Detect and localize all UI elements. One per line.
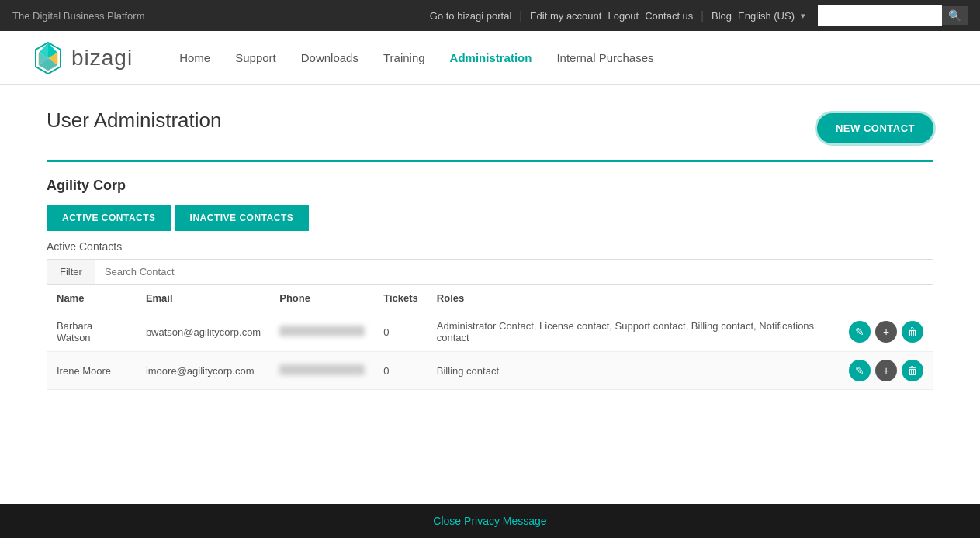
- contacts-table: Name Email Phone Tickets Roles Barbara W…: [47, 285, 933, 390]
- nav-support[interactable]: Support: [235, 51, 276, 64]
- search-bar: 🔍: [818, 5, 968, 26]
- delete-contact-1-button[interactable]: 🗑: [902, 360, 923, 381]
- chevron-down-icon: ▾: [801, 11, 805, 21]
- logo-text: bizagi: [71, 46, 133, 71]
- logout-link[interactable]: Logout: [608, 10, 639, 22]
- col-tickets: Tickets: [374, 285, 428, 312]
- nav-training[interactable]: Training: [383, 51, 425, 64]
- delete-icon: 🗑: [907, 364, 918, 377]
- search-contact-input[interactable]: [95, 260, 933, 284]
- filter-bar: Filter: [47, 259, 933, 285]
- col-name: Name: [47, 285, 137, 312]
- contact-actions-1: ✎ + 🗑: [840, 352, 933, 390]
- table-row: Barbara Watson bwatson@agilitycorp.com 0…: [47, 312, 933, 352]
- col-phone: Phone: [270, 285, 374, 312]
- logo[interactable]: bizagi: [31, 41, 133, 75]
- new-contact-button[interactable]: NEW CONTACT: [817, 113, 933, 143]
- logo-icon: [31, 41, 65, 75]
- navbar: bizagi Home Support Downloads Training A…: [0, 31, 980, 85]
- add-contact-0-button[interactable]: +: [875, 321, 897, 343]
- nav-administration[interactable]: Administration: [450, 51, 532, 64]
- contact-actions-0: ✎ + 🗑: [840, 312, 933, 352]
- blog-link[interactable]: Blog: [712, 10, 732, 22]
- language-selector[interactable]: English (US): [738, 10, 795, 22]
- inactive-contacts-tab[interactable]: INACTIVE CONTACTS: [175, 205, 310, 231]
- search-icon: 🔍: [948, 9, 961, 22]
- col-actions: [840, 285, 933, 312]
- main-content: User Administration NEW CONTACT Agility …: [0, 85, 980, 413]
- nav-internal-purchases[interactable]: Internal Purchases: [556, 51, 653, 64]
- active-contacts-tab[interactable]: ACTIVE CONTACTS: [47, 205, 171, 231]
- edit-contact-1-button[interactable]: ✎: [849, 360, 871, 381]
- search-input[interactable]: [818, 5, 942, 26]
- divider-1: |: [519, 9, 522, 22]
- nav-downloads[interactable]: Downloads: [301, 51, 358, 64]
- contact-name-1: Irene Moore: [47, 352, 137, 390]
- delete-icon: 🗑: [907, 326, 918, 338]
- table-row: Irene Moore imoore@agilitycorp.com 0 Bil…: [47, 352, 933, 390]
- contact-email-0: bwatson@agilitycorp.com: [137, 312, 270, 352]
- contact-name-0: Barbara Watson: [47, 312, 137, 352]
- main-nav: Home Support Downloads Training Administ…: [179, 51, 653, 64]
- section-label: Active Contacts: [47, 240, 933, 253]
- contact-phone-1: [270, 352, 374, 390]
- col-roles: Roles: [428, 285, 840, 312]
- contact-roles-0: Administrator Contact, License contact, …: [428, 312, 840, 352]
- page-title: User Administration: [47, 109, 221, 133]
- contact-tickets-1: 0: [374, 352, 428, 390]
- search-button[interactable]: 🔍: [942, 6, 968, 25]
- contact-email-1: imoore@agilitycorp.com: [137, 352, 270, 390]
- company-name: Agility Corp: [47, 178, 933, 194]
- topbar: The Digital Business Platform Go to biza…: [0, 0, 980, 31]
- delete-contact-0-button[interactable]: 🗑: [902, 321, 923, 343]
- edit-icon: ✎: [855, 364, 864, 377]
- edit-account-link[interactable]: Edit my account: [530, 10, 602, 22]
- contact-us-link[interactable]: Contact us: [645, 10, 693, 22]
- divider-2: |: [701, 9, 704, 22]
- edit-contact-0-button[interactable]: ✎: [849, 321, 871, 343]
- nav-home[interactable]: Home: [179, 51, 210, 64]
- edit-icon: ✎: [855, 326, 864, 338]
- section-divider: [47, 160, 933, 162]
- add-contact-1-button[interactable]: +: [875, 360, 897, 381]
- contact-phone-0: [270, 312, 374, 352]
- tab-buttons: ACTIVE CONTACTS INACTIVE CONTACTS: [47, 205, 933, 231]
- contact-tickets-0: 0: [374, 312, 428, 352]
- add-icon: +: [883, 326, 889, 338]
- brand-label: The Digital Business Platform: [12, 10, 145, 22]
- filter-button[interactable]: Filter: [47, 260, 95, 284]
- col-email: Email: [137, 285, 270, 312]
- contact-roles-1: Billing contact: [428, 352, 840, 390]
- go-to-portal-link[interactable]: Go to bizagi portal: [430, 10, 512, 22]
- add-icon: +: [883, 364, 889, 377]
